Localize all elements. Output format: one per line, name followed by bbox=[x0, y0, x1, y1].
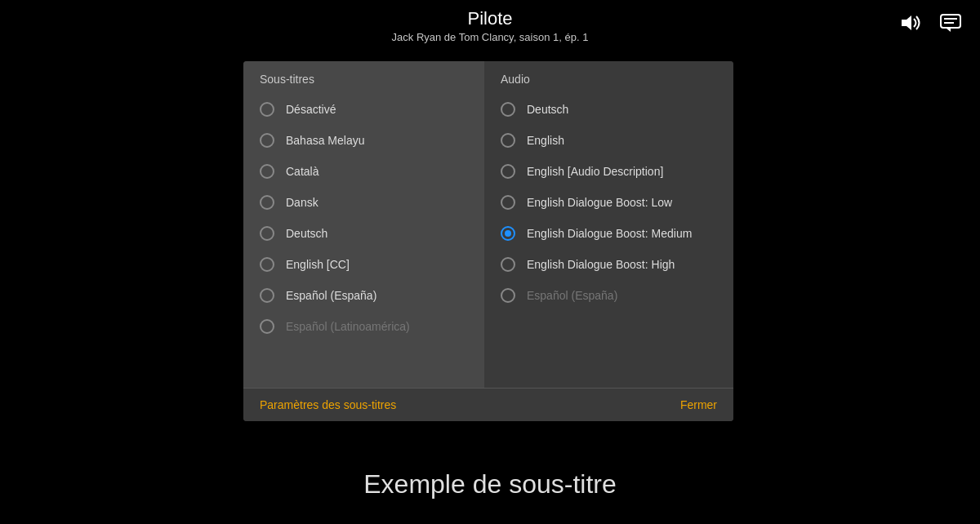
option-label-audio-deutsch: Deutsch bbox=[527, 103, 568, 116]
audio-option-english-db-high[interactable]: English Dialogue Boost: High bbox=[484, 249, 733, 280]
radio-desactive bbox=[260, 102, 274, 117]
option-label-audio-english-db-low: English Dialogue Boost: Low bbox=[527, 196, 672, 209]
subtitle-option-dansk[interactable]: Dansk bbox=[243, 187, 484, 218]
close-button[interactable]: Fermer bbox=[680, 398, 717, 411]
audio-header: Audio bbox=[484, 61, 733, 94]
audio-option-english-db-medium[interactable]: English Dialogue Boost: Medium bbox=[484, 218, 733, 249]
subtitles-header: Sous-titres bbox=[243, 61, 484, 94]
audio-option-deutsch[interactable]: Deutsch bbox=[484, 94, 733, 125]
radio-audio-english bbox=[501, 133, 515, 148]
radio-audio-english-ad bbox=[501, 164, 515, 179]
option-label-audio-espanol-espana: Español (España) bbox=[527, 289, 617, 302]
subtitle-option-english-cc[interactable]: English [CC] bbox=[243, 249, 484, 280]
dialog-body: Sous-titres DésactivéBahasa MelayuCatalà… bbox=[243, 61, 733, 388]
chat-icon[interactable] bbox=[938, 10, 964, 36]
option-label-espanol-espana: Español (España) bbox=[286, 289, 376, 302]
subtitle-option-desactive[interactable]: Désactivé bbox=[243, 94, 484, 125]
svg-rect-1 bbox=[941, 15, 960, 28]
option-label-deutsch: Deutsch bbox=[286, 227, 327, 240]
header: Pilote Jack Ryan de Tom Clancy, saison 1… bbox=[0, 0, 980, 43]
option-label-desactive: Désactivé bbox=[286, 103, 336, 116]
option-label-audio-english: English bbox=[527, 134, 564, 147]
audio-option-espanol-espana[interactable]: Español (España) bbox=[484, 280, 733, 311]
audio-panel: Audio DeutschEnglishEnglish [Audio Descr… bbox=[484, 61, 733, 388]
option-label-bahasa: Bahasa Melayu bbox=[286, 134, 365, 147]
radio-audio-english-db-high bbox=[501, 257, 515, 272]
subtitle-option-espanol-espana[interactable]: Español (España) bbox=[243, 280, 484, 311]
subtitles-panel: Sous-titres DésactivéBahasa MelayuCatalà… bbox=[243, 61, 484, 388]
radio-bahasa bbox=[260, 133, 274, 148]
audio-options-list: DeutschEnglishEnglish [Audio Description… bbox=[484, 94, 733, 388]
radio-catala bbox=[260, 164, 274, 179]
page-title: Pilote bbox=[0, 8, 980, 29]
top-right-controls bbox=[898, 10, 964, 36]
settings-dialog: Sous-titres DésactivéBahasa MelayuCatalà… bbox=[243, 61, 733, 421]
radio-dansk bbox=[260, 195, 274, 210]
radio-espanol-latino bbox=[260, 319, 274, 334]
radio-audio-english-db-low bbox=[501, 195, 515, 210]
dialog-footer: Paramètres des sous-titres Fermer bbox=[243, 388, 733, 421]
audio-option-english-db-low[interactable]: English Dialogue Boost: Low bbox=[484, 187, 733, 218]
option-label-catala: Català bbox=[286, 165, 318, 178]
radio-audio-espanol-espana bbox=[501, 288, 515, 303]
audio-option-english-ad[interactable]: English [Audio Description] bbox=[484, 156, 733, 187]
subtitle-option-catala[interactable]: Català bbox=[243, 156, 484, 187]
subtitle-option-espanol-latino[interactable]: Español (Latinoamérica) bbox=[243, 311, 484, 342]
subtitle-option-bahasa[interactable]: Bahasa Melayu bbox=[243, 125, 484, 156]
subtitles-options-list: DésactivéBahasa MelayuCatalàDanskDeutsch… bbox=[243, 94, 484, 388]
option-label-dansk: Dansk bbox=[286, 196, 318, 209]
radio-espanol-espana bbox=[260, 288, 274, 303]
radio-audio-english-db-medium bbox=[501, 226, 515, 241]
subtitle-example: Exemple de sous-titre bbox=[0, 469, 980, 500]
svg-marker-0 bbox=[902, 16, 911, 30]
subtitle-option-deutsch[interactable]: Deutsch bbox=[243, 218, 484, 249]
radio-deutsch bbox=[260, 226, 274, 241]
option-label-audio-english-ad: English [Audio Description] bbox=[527, 165, 663, 178]
page-subtitle: Jack Ryan de Tom Clancy, saison 1, ép. 1 bbox=[0, 31, 980, 43]
option-label-audio-english-db-medium: English Dialogue Boost: Medium bbox=[527, 227, 692, 240]
option-label-english-cc: English [CC] bbox=[286, 258, 350, 271]
volume-icon[interactable] bbox=[898, 10, 924, 36]
audio-option-english[interactable]: English bbox=[484, 125, 733, 156]
radio-audio-deutsch bbox=[501, 102, 515, 117]
svg-marker-4 bbox=[947, 29, 951, 32]
option-label-espanol-latino: Español (Latinoamérica) bbox=[286, 320, 410, 333]
subtitle-settings-button[interactable]: Paramètres des sous-titres bbox=[260, 398, 396, 411]
radio-english-cc bbox=[260, 257, 274, 272]
option-label-audio-english-db-high: English Dialogue Boost: High bbox=[527, 258, 675, 271]
